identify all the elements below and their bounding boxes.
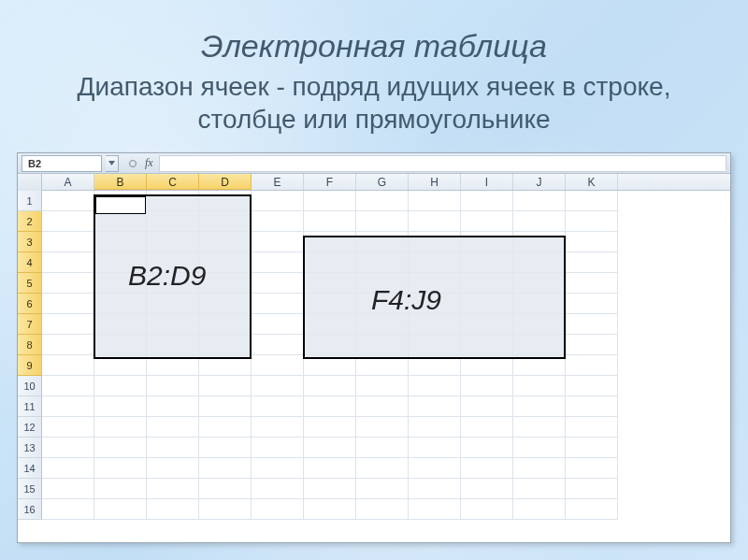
cell[interactable] <box>199 438 252 458</box>
cell[interactable] <box>409 499 461 520</box>
cell[interactable] <box>199 396 252 417</box>
row-header[interactable]: 16 <box>18 499 42 520</box>
cell[interactable] <box>356 458 409 479</box>
cell[interactable] <box>356 252 409 273</box>
cell[interactable] <box>42 252 94 273</box>
cell[interactable] <box>94 479 147 499</box>
cell[interactable] <box>199 458 252 479</box>
cell[interactable] <box>356 232 409 252</box>
cell[interactable] <box>356 376 409 396</box>
cell[interactable] <box>94 294 147 314</box>
cell[interactable] <box>304 294 356 314</box>
cell[interactable] <box>356 499 409 520</box>
name-box-dropdown[interactable] <box>106 155 119 172</box>
cell[interactable] <box>566 252 618 273</box>
cell[interactable] <box>252 499 304 520</box>
cell[interactable] <box>513 479 566 499</box>
cell[interactable] <box>199 273 252 294</box>
cell[interactable] <box>42 273 94 294</box>
cell[interactable] <box>42 417 94 438</box>
cell[interactable] <box>94 417 147 438</box>
row-header[interactable]: 5 <box>18 273 42 294</box>
cell[interactable] <box>147 396 199 417</box>
cell[interactable] <box>199 252 252 273</box>
row-header[interactable]: 14 <box>18 458 42 479</box>
cell[interactable] <box>94 211 147 232</box>
cell[interactable] <box>461 273 513 294</box>
row-header[interactable]: 3 <box>18 232 42 252</box>
cell[interactable] <box>566 499 618 520</box>
cell[interactable] <box>356 314 409 335</box>
cell[interactable] <box>513 417 566 438</box>
cell[interactable] <box>199 232 252 252</box>
fx-label[interactable]: fx <box>145 156 153 170</box>
cell[interactable] <box>356 294 409 314</box>
row-header[interactable]: 12 <box>18 417 42 438</box>
cell[interactable] <box>252 232 304 252</box>
column-header[interactable]: J <box>513 174 566 190</box>
cell[interactable] <box>252 458 304 479</box>
cell[interactable] <box>356 438 409 458</box>
cell[interactable] <box>252 417 304 438</box>
cell[interactable] <box>461 314 513 335</box>
cell[interactable] <box>513 211 566 232</box>
cell[interactable] <box>42 376 94 396</box>
cell[interactable] <box>42 335 94 355</box>
cell[interactable] <box>199 479 252 499</box>
cell[interactable] <box>409 232 461 252</box>
cell[interactable] <box>42 396 94 417</box>
cell[interactable] <box>513 232 566 252</box>
cell[interactable] <box>461 499 513 520</box>
cell[interactable] <box>461 438 513 458</box>
cell[interactable] <box>199 417 252 438</box>
cell[interactable] <box>252 396 304 417</box>
row-header[interactable]: 11 <box>18 396 42 417</box>
column-header[interactable]: K <box>566 174 618 190</box>
column-header[interactable]: F <box>304 174 356 190</box>
cell[interactable] <box>304 191 356 211</box>
row-header[interactable]: 10 <box>18 376 42 396</box>
cell[interactable] <box>566 335 618 355</box>
cell[interactable] <box>513 458 566 479</box>
cell[interactable] <box>304 499 356 520</box>
cell[interactable] <box>356 417 409 438</box>
cell[interactable] <box>252 376 304 396</box>
cell[interactable] <box>94 438 147 458</box>
cell[interactable] <box>461 294 513 314</box>
cell[interactable] <box>252 191 304 211</box>
cell[interactable] <box>147 458 199 479</box>
column-header[interactable]: I <box>461 174 513 190</box>
cell[interactable] <box>409 314 461 335</box>
cell[interactable] <box>252 294 304 314</box>
cell[interactable] <box>356 396 409 417</box>
cell[interactable] <box>42 458 94 479</box>
cell[interactable] <box>199 376 252 396</box>
cell[interactable] <box>252 479 304 499</box>
cell[interactable] <box>252 335 304 355</box>
cell[interactable] <box>147 376 199 396</box>
name-box[interactable]: B2 <box>22 155 102 172</box>
cell[interactable] <box>304 376 356 396</box>
cell[interactable] <box>461 376 513 396</box>
cell[interactable] <box>147 355 199 376</box>
cell[interactable] <box>409 294 461 314</box>
cell[interactable] <box>409 252 461 273</box>
row-header[interactable]: 1 <box>18 191 42 211</box>
column-header[interactable]: E <box>252 174 304 190</box>
cell[interactable] <box>409 458 461 479</box>
spreadsheet-grid[interactable]: ABCDEFGHIJK 12345678910111213141516 B2:D… <box>18 174 730 542</box>
cell[interactable] <box>461 232 513 252</box>
cell[interactable] <box>566 458 618 479</box>
cell[interactable] <box>304 252 356 273</box>
cancel-formula-button[interactable] <box>124 155 141 172</box>
cell[interactable] <box>409 335 461 355</box>
cell[interactable] <box>409 376 461 396</box>
cell[interactable] <box>513 499 566 520</box>
cell[interactable] <box>409 417 461 438</box>
cell[interactable] <box>252 273 304 294</box>
cell[interactable] <box>94 458 147 479</box>
cell[interactable] <box>513 396 566 417</box>
cell[interactable] <box>356 355 409 376</box>
cell[interactable] <box>147 211 199 232</box>
cell[interactable] <box>566 273 618 294</box>
